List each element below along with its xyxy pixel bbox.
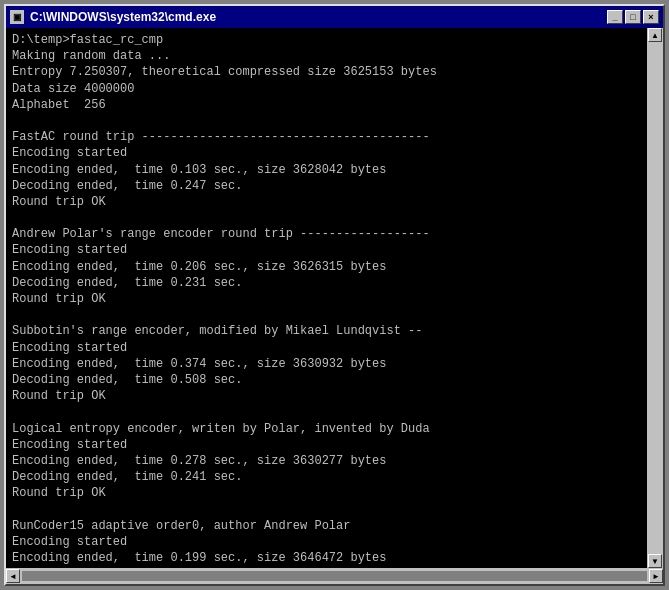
title-bar: ▣ C:\WINDOWS\system32\cmd.exe _ □ × <box>6 6 663 28</box>
console-line: Entropy 7.250307, theoretical compressed… <box>12 64 641 80</box>
console-line: Data size 4000000 <box>12 81 641 97</box>
console-line: Subbotin's range encoder, modified by Mi… <box>12 323 641 339</box>
console-line <box>12 210 641 226</box>
console-line <box>12 501 641 517</box>
console-line: Encoding ended, time 0.199 sec., size 36… <box>12 550 641 566</box>
console-line: Encoding ended, time 0.374 sec., size 36… <box>12 356 641 372</box>
scroll-down-button[interactable]: ▼ <box>648 554 662 568</box>
cmd-icon: ▣ <box>10 10 24 24</box>
console-line: Decoding ended, time 0.241 sec. <box>12 469 641 485</box>
console-line: Encoding ended, time 0.103 sec., size 36… <box>12 162 641 178</box>
close-button[interactable]: × <box>643 10 659 24</box>
minimize-button[interactable]: _ <box>607 10 623 24</box>
cmd-window: ▣ C:\WINDOWS\system32\cmd.exe _ □ × D:\t… <box>4 4 665 586</box>
console-line: Round trip OK <box>12 485 641 501</box>
console-line: Encoding started <box>12 242 641 258</box>
console-line: Andrew Polar's range encoder round trip … <box>12 226 641 242</box>
main-content: D:\temp>fastac_rc_cmpMaking random data … <box>6 28 663 568</box>
scrollbar[interactable]: ▲ ▼ <box>647 28 663 568</box>
console-line: Round trip OK <box>12 194 641 210</box>
console-line: Encoding started <box>12 340 641 356</box>
title-bar-text: ▣ C:\WINDOWS\system32\cmd.exe <box>10 10 216 24</box>
console-line <box>12 307 641 323</box>
bottom-scrollbar: ◄ ► <box>6 568 663 584</box>
console-line: Encoding started <box>12 534 641 550</box>
console-line: FastAC round trip ----------------------… <box>12 129 641 145</box>
scroll-left-button[interactable]: ◄ <box>6 569 20 583</box>
console-line: Encoding started <box>12 145 641 161</box>
console-line: Making random data ... <box>12 48 641 64</box>
maximize-button[interactable]: □ <box>625 10 641 24</box>
h-scroll-track <box>22 571 647 581</box>
console-line: D:\temp>fastac_rc_cmp <box>12 32 641 48</box>
console-line: Alphabet 256 <box>12 97 641 113</box>
window-title: C:\WINDOWS\system32\cmd.exe <box>30 10 216 24</box>
title-buttons: _ □ × <box>607 10 659 24</box>
console-line: Encoding ended, time 0.206 sec., size 36… <box>12 259 641 275</box>
console-line: Decoding ended, time 0.508 sec. <box>12 372 641 388</box>
console-line: RunCoder15 adaptive order0, author Andre… <box>12 518 641 534</box>
console-output: D:\temp>fastac_rc_cmpMaking random data … <box>6 28 647 568</box>
scroll-up-button[interactable]: ▲ <box>648 28 662 42</box>
console-line: Encoding ended, time 0.278 sec., size 36… <box>12 453 641 469</box>
console-line <box>12 113 641 129</box>
console-line: Decoding ended, time 0.247 sec. <box>12 178 641 194</box>
scroll-right-button[interactable]: ► <box>649 569 663 583</box>
console-line: Round trip OK <box>12 291 641 307</box>
console-line: Decoding ended, time 0.231 sec. <box>12 275 641 291</box>
console-line <box>12 404 641 420</box>
console-line: Encoding started <box>12 437 641 453</box>
console-line: Logical entropy encoder, writen by Polar… <box>12 421 641 437</box>
console-line: Round trip OK <box>12 388 641 404</box>
